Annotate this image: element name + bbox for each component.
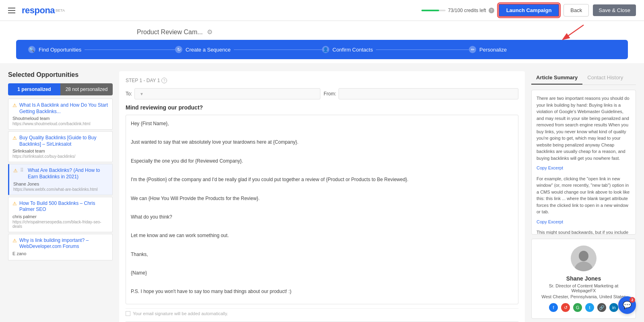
step-line-1	[85, 50, 175, 50]
to-dropdown-icon[interactable]: ▼	[140, 92, 144, 96]
right-tabs: Article Summary Contact History	[531, 71, 636, 85]
tab-not-personalized[interactable]: 28 not personalized	[60, 83, 113, 95]
header: responaBETA 73/100 credits left ? Launch…	[0, 0, 644, 21]
email-subject: Mind reviewing our product?	[126, 104, 518, 111]
step-sequence-label: Create a Sequence	[186, 47, 231, 53]
logo: responaBETA	[22, 5, 65, 16]
warning-icon: ⚠	[12, 135, 17, 141]
article-summary: There are two important reasons you shou…	[531, 90, 636, 235]
article-paragraph: This might sound backwards, but if you i…	[537, 229, 631, 235]
step-line-3	[376, 50, 469, 50]
logo-text: respona	[22, 5, 55, 16]
personalize-icon: ✏	[469, 46, 476, 53]
warning-icon: ⚠	[12, 238, 17, 244]
step-find-label: Find Opportunities	[39, 47, 81, 53]
contact-name: Shane Jones	[538, 275, 629, 282]
opportunity-item[interactable]: ⚠ Why is link building important? – WebD…	[8, 234, 113, 260]
to-label: To:	[126, 91, 132, 97]
menu-icon[interactable]	[8, 8, 15, 13]
opportunity-author: chris palmer	[12, 214, 108, 219]
step-label-text: STEP 1 - DAY 1	[126, 78, 160, 83]
save-close-button[interactable]: Save & Close	[593, 4, 636, 16]
copy-excerpt-link[interactable]: Copy Excerpt	[537, 165, 631, 171]
campaign-title: Product Review Cam...	[137, 29, 203, 36]
from-field: From:	[324, 88, 518, 99]
article-paragraph: There are two important reasons you shou…	[537, 95, 631, 161]
step-personalize-label: Personalize	[479, 47, 507, 53]
article-paragraph: For example, clicking the "open link in …	[537, 175, 631, 215]
twitter-icon[interactable]: t	[585, 303, 594, 312]
from-input[interactable]	[339, 88, 518, 99]
credits-fill	[421, 10, 439, 11]
opportunity-url: https://www.shoutmeloud.com/backlink.htm…	[12, 122, 108, 126]
create-sequence-icon: ↻	[175, 46, 182, 53]
copy-excerpt-link[interactable]: Copy Excerpt	[537, 219, 631, 225]
warning-icon: ⚠	[13, 168, 18, 173]
logo-beta: BETA	[56, 8, 65, 12]
contact-location: West Chester, Pennsylvania, United State…	[538, 294, 629, 299]
opportunity-title: Why is link building important? – WebDev…	[19, 237, 108, 250]
warning-icon: ⚠	[12, 201, 17, 206]
header-right: 73/100 credits left ? Launch Campaign Ba…	[421, 4, 636, 17]
facebook-icon[interactable]: f	[549, 303, 558, 312]
header-left: responaBETA	[8, 5, 65, 16]
google-icon[interactable]: G	[573, 303, 582, 312]
opportunity-author: Shoutmeloud team	[12, 116, 108, 121]
opportunity-item[interactable]: ⚠ How To Build 500 Backlinks – Chris Pal…	[8, 197, 113, 232]
confirm-contacts-icon: 👤	[322, 46, 329, 53]
campaign-title-section: Product Review Cam... ⚙ 🔍 Find Opportuni…	[0, 21, 644, 63]
opportunity-item[interactable]: ⚠ Buy Quality Backlinks [Guide to Buy Ba…	[8, 131, 113, 162]
from-label: From:	[324, 91, 336, 97]
step-confirm-contacts[interactable]: 👤 Confirm Contacts	[322, 46, 469, 53]
signature-label: Your email signature will be added autom…	[133, 311, 228, 316]
link-icon[interactable]: 🔗	[597, 303, 606, 312]
opportunity-url: https://chrispalmerseopedia.com/black-fr…	[12, 220, 108, 229]
reload-icon[interactable]: ↺	[561, 303, 570, 312]
main-content: Selected Opportunities 1 personalized 28…	[0, 63, 644, 322]
step-find-opportunities[interactable]: 🔍 Find Opportunities	[28, 46, 175, 53]
opportunity-title: How To Build 500 Backlinks – Chris Palme…	[19, 200, 108, 213]
find-opportunities-icon: 🔍	[28, 46, 35, 53]
email-body[interactable]: Hey {First Name},Just wanted to say that…	[126, 115, 518, 304]
settings-icon[interactable]: ⚙	[207, 28, 213, 36]
contact-avatar	[571, 246, 597, 271]
section-title: Selected Opportunities	[8, 71, 113, 78]
credits-help-icon[interactable]: ?	[489, 8, 494, 13]
svg-point-2	[579, 251, 588, 261]
chat-bubble[interactable]: 💬 2	[618, 296, 636, 314]
credits-info: 73/100 credits left ?	[421, 8, 494, 13]
step-create-sequence[interactable]: ↻ Create a Sequence	[175, 46, 322, 53]
opportunity-title: What Is A Backlink and How Do You Start …	[19, 102, 108, 115]
drag-handle[interactable]: ⠿	[20, 167, 24, 173]
tab-personalized[interactable]: 1 personalized	[8, 83, 60, 95]
back-button[interactable]: Back	[564, 4, 589, 17]
opportunity-item[interactable]: ⚠ What Is A Backlink and How Do You Star…	[8, 99, 113, 130]
to-from-row: To: ▼ From:	[126, 88, 518, 99]
opportunities-list: ⚠ What Is A Backlink and How Do You Star…	[8, 99, 113, 260]
tab-bar: 1 personalized 28 not personalized	[8, 83, 113, 95]
opportunity-title: Buy Quality Backlinks [Guide to Buy Back…	[19, 135, 108, 147]
opportunity-url: https://www.webfx.com/what-are-backlinks…	[13, 187, 108, 192]
linkedin-icon[interactable]: in	[609, 303, 618, 312]
step-personalize[interactable]: ✏ Personalize	[469, 46, 616, 53]
email-signature: Your email signature will be added autom…	[126, 308, 518, 318]
warning-icon: ⚠	[12, 103, 17, 108]
launch-campaign-button[interactable]: Launch Campaign	[498, 4, 560, 17]
to-input[interactable]: ▼	[134, 88, 320, 99]
credits-bar	[421, 10, 446, 11]
contact-title: Sr. Director of Content Marketing at Web…	[538, 283, 629, 293]
credits-label: 73/100 credits left	[448, 8, 486, 13]
tab-contact-history[interactable]: Contact History	[582, 71, 628, 85]
opportunity-url: https://sirlinksalot.co/buy-backlinks/	[12, 154, 108, 159]
step-help-icon[interactable]: ?	[161, 78, 167, 83]
chat-badge: 2	[630, 297, 635, 303]
progress-bar: 🔍 Find Opportunities ↻ Create a Sequence…	[16, 40, 628, 59]
step-line-2	[234, 50, 322, 50]
opportunity-author: Sirlinksalot team	[12, 149, 108, 153]
step-contacts-label: Confirm Contacts	[332, 47, 373, 53]
tab-article-summary[interactable]: Article Summary	[531, 71, 582, 85]
opportunity-item[interactable]: ⚠ ⠿ What Are Backlinks? (And How to Earn…	[8, 164, 113, 195]
right-panel: Article Summary Contact History There ar…	[531, 71, 636, 322]
campaign-title-row: Product Review Cam... ⚙	[0, 21, 644, 40]
to-field: To: ▼	[126, 88, 320, 99]
